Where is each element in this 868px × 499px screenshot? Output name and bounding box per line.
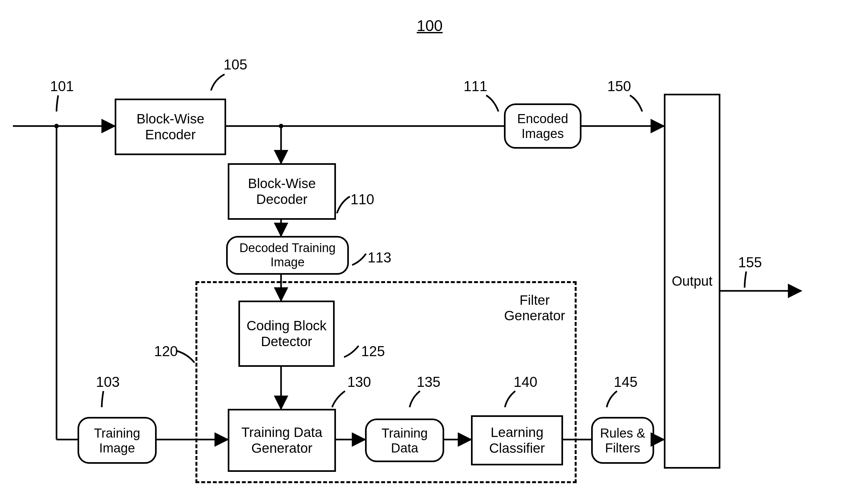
leader-145 <box>604 389 620 409</box>
rules-filters: Rules & Filters <box>591 417 654 464</box>
learning-classifier-text: Learning Classifier <box>476 425 558 456</box>
training-data-text: Training Data <box>371 426 439 455</box>
coding-block-detector-text: Coding Block Detector <box>244 318 329 349</box>
leader-150 <box>627 94 646 113</box>
decoded-training-image: Decoded Training Image <box>226 236 349 275</box>
leader-103 <box>100 389 116 409</box>
encoder-text: Block-Wise Encoder <box>120 111 221 143</box>
training-data-generator: Training Data Generator <box>228 409 336 472</box>
training-image-text: Training Image <box>83 426 151 455</box>
ref-103: 103 <box>96 375 120 389</box>
decoder-text: Block-Wise Decoder <box>233 176 331 207</box>
training-image: Training Image <box>77 417 157 464</box>
training-data: Training Data <box>365 418 444 462</box>
ref-110: 110 <box>350 192 374 207</box>
ref-111: 111 <box>463 79 487 94</box>
leader-101 <box>55 94 74 113</box>
diagram-canvas: 100 101 105 111 150 110 113 120 125 103 … <box>0 0 868 499</box>
training-data-generator-text: Training Data Generator <box>233 425 331 456</box>
ref-155: 155 <box>738 255 762 269</box>
leader-105 <box>208 73 228 92</box>
leader-113 <box>350 251 368 268</box>
decoded-training-image-text: Decoded Training Image <box>232 241 343 269</box>
block-wise-decoder: Block-Wise Decoder <box>228 163 336 220</box>
coding-block-detector: Coding Block Detector <box>238 301 335 367</box>
encoded-images: Encoded Images <box>504 104 582 149</box>
block-wise-encoder: Block-Wise Encoder <box>115 99 226 155</box>
learning-classifier: Learning Classifier <box>471 415 563 465</box>
leader-120 <box>174 346 197 365</box>
leader-110 <box>334 194 352 217</box>
encoded-images-text: Encoded Images <box>509 111 576 141</box>
ref-145: 145 <box>614 375 637 389</box>
ref-150: 150 <box>607 79 631 94</box>
svg-point-16 <box>279 124 283 128</box>
output-block-text: Output <box>672 273 712 289</box>
ref-105: 105 <box>224 58 247 72</box>
ref-101: 101 <box>50 79 74 94</box>
ref-113: 113 <box>368 251 391 265</box>
svg-point-15 <box>54 124 59 128</box>
leader-111 <box>483 94 502 113</box>
leader-155 <box>743 270 759 289</box>
figure-reference: 100 <box>417 17 443 35</box>
rules-filters-text: Rules & Filters <box>597 426 649 455</box>
filter-generator-label: Filter Generator <box>497 292 572 324</box>
output-block: Output <box>664 94 720 468</box>
